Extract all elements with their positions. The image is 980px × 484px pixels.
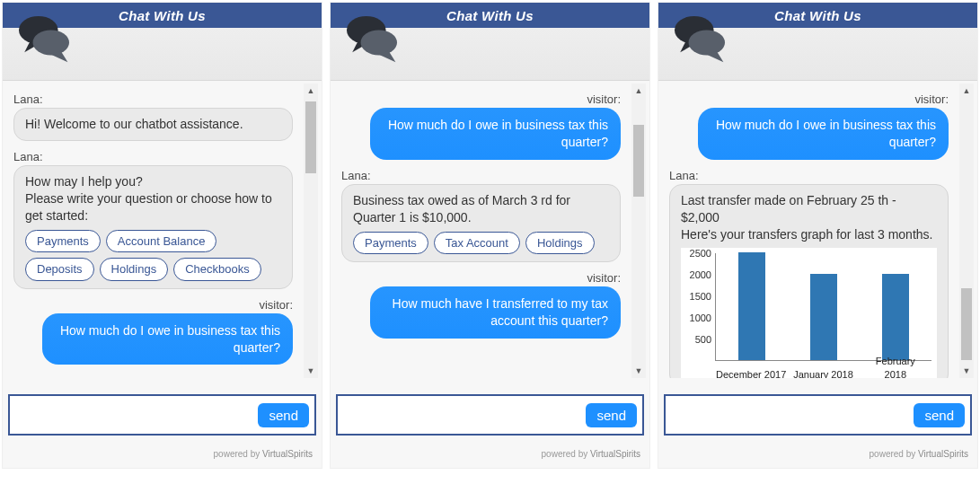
scrollbar-track[interactable] xyxy=(631,98,646,364)
svg-point-3 xyxy=(361,30,397,55)
chart-x-tick: February 2018 xyxy=(875,355,916,378)
sender-label-bot: Lana: xyxy=(13,92,311,106)
chip-tax-account[interactable]: Tax Account xyxy=(434,232,520,255)
scrollbar-thumb[interactable] xyxy=(633,125,644,197)
bot-message: Last transfer made on February 25 th - $… xyxy=(669,184,949,378)
scrollbar[interactable]: ▲ ▼ xyxy=(959,84,974,378)
sender-label-visitor: visitor: xyxy=(341,92,639,106)
powered-prefix: powered by xyxy=(870,449,918,459)
chat-widget-1: Chat With Us Lana: Hi! Welcome to our ch… xyxy=(2,2,322,469)
chip-holdings[interactable]: Holdings xyxy=(100,258,169,281)
scrollbar-track[interactable] xyxy=(959,98,974,364)
header-strip xyxy=(331,28,649,81)
scrollbar[interactable]: ▲ ▼ xyxy=(304,84,318,378)
message-input[interactable] xyxy=(343,407,586,423)
powered-by: powered by VirtualSpirits xyxy=(870,449,968,459)
chip-account-balance[interactable]: Account Balance xyxy=(106,230,217,253)
chip-payments[interactable]: Payments xyxy=(25,230,101,253)
sender-label-visitor: visitor: xyxy=(341,271,639,285)
message-input[interactable] xyxy=(671,407,914,423)
powered-brand[interactable]: VirtualSpirits xyxy=(262,449,313,459)
widget-title: Chat With Us xyxy=(774,8,861,23)
chart-x-tick: December 2017 xyxy=(716,368,786,378)
chart-y-tick: 2000 xyxy=(681,268,711,282)
svg-point-1 xyxy=(33,30,69,55)
visitor-message: How much do I owe in business tax this q… xyxy=(698,108,949,160)
sender-label-bot: Lana: xyxy=(669,169,967,182)
widget-title: Chat With Us xyxy=(446,8,534,23)
widget-title: Chat With Us xyxy=(119,8,206,23)
message-input[interactable] xyxy=(15,407,258,423)
bot-message: Hi! Welcome to our chatbot assistance. xyxy=(13,108,293,141)
chat-scroll-area[interactable]: visitor: How much do I owe in business t… xyxy=(662,84,974,378)
bot-message-text: Last transfer made on February 25 th - $… xyxy=(681,193,932,242)
bot-message: How may I help you? Please write your qu… xyxy=(13,165,293,289)
visitor-message: How much do I owe in business tax this q… xyxy=(370,108,621,160)
message-input-bar: send xyxy=(336,394,644,436)
chat-bubbles-icon xyxy=(664,6,736,69)
chart-y-tick: 2500 xyxy=(681,247,711,260)
visitor-message-text: How much do I owe in business tax this q… xyxy=(388,118,608,149)
quick-reply-chips: Payments Account Balance Deposits Holdin… xyxy=(25,230,281,281)
scrollbar[interactable]: ▲ ▼ xyxy=(631,84,646,378)
chat-bubbles-icon xyxy=(8,6,80,69)
chip-checkbooks[interactable]: Checkbooks xyxy=(173,258,261,281)
send-button[interactable]: send xyxy=(258,403,309,427)
scroll-up-arrow-icon[interactable]: ▲ xyxy=(631,84,646,98)
send-button[interactable]: send xyxy=(914,403,965,427)
sender-label-visitor: visitor: xyxy=(669,92,967,106)
visitor-message-text: How much do I owe in business tax this q… xyxy=(716,118,936,149)
powered-brand[interactable]: VirtualSpirits xyxy=(918,449,968,459)
powered-by: powered by VirtualSpirits xyxy=(542,449,640,459)
scroll-up-arrow-icon[interactable]: ▲ xyxy=(959,84,974,98)
quick-reply-chips: Payments Tax Account Holdings xyxy=(353,232,609,255)
message-input-bar: send xyxy=(8,394,316,436)
powered-by: powered by VirtualSpirits xyxy=(214,449,313,459)
scroll-down-arrow-icon[interactable]: ▼ xyxy=(304,364,318,378)
chart-y-tick: 500 xyxy=(681,333,711,347)
chip-deposits[interactable]: Deposits xyxy=(25,258,94,281)
chart-y-tick: 1000 xyxy=(681,312,711,325)
chart-y-tick: 1500 xyxy=(681,290,711,304)
chart-plot-area xyxy=(715,253,931,361)
scroll-down-arrow-icon[interactable]: ▼ xyxy=(631,364,646,378)
chart-bar xyxy=(882,274,909,360)
sender-label-visitor: visitor: xyxy=(13,298,311,312)
header-strip xyxy=(3,28,322,81)
chart-x-tick: January 2018 xyxy=(793,368,853,378)
chat-widget-3: Chat With Us visitor: How much do I owe … xyxy=(658,2,978,469)
chart-bar xyxy=(738,252,765,360)
scroll-up-arrow-icon[interactable]: ▲ xyxy=(304,84,318,98)
bot-message-text: Business tax owed as of March 3 rd for Q… xyxy=(353,193,570,224)
powered-prefix: powered by xyxy=(542,449,590,459)
chat-scroll-area[interactable]: visitor: How much do I owe in business t… xyxy=(334,84,646,378)
powered-brand[interactable]: VirtualSpirits xyxy=(590,449,640,459)
header-strip xyxy=(658,28,977,81)
message-input-bar: send xyxy=(664,394,972,436)
visitor-message: How much have I transferred to my tax ac… xyxy=(370,286,621,339)
chart-bar xyxy=(810,274,837,360)
bot-message: Business tax owed as of March 3 rd for Q… xyxy=(341,184,621,262)
sender-label-bot: Lana: xyxy=(13,150,311,163)
powered-prefix: powered by xyxy=(214,449,262,459)
transfers-bar-chart: 5001000150020002500December 2017January … xyxy=(681,248,937,378)
visitor-message-text: How much have I transferred to my tax ac… xyxy=(393,296,608,328)
scrollbar-thumb[interactable] xyxy=(305,101,316,173)
sender-label-bot: Lana: xyxy=(341,169,639,182)
chat-bubbles-icon xyxy=(336,6,408,69)
scrollbar-thumb[interactable] xyxy=(961,288,972,360)
scrollbar-track[interactable] xyxy=(304,98,318,364)
send-button[interactable]: send xyxy=(586,403,637,427)
chat-widget-2: Chat With Us visitor: How much do I owe … xyxy=(330,2,650,469)
bot-message-text: How may I help you? Please write your qu… xyxy=(25,174,272,223)
visitor-message: How much do I owe in business tax this q… xyxy=(42,313,293,365)
bot-message-text: Hi! Welcome to our chatbot assistance. xyxy=(25,117,243,131)
visitor-message-text: How much do I owe in business tax this q… xyxy=(60,323,280,355)
scroll-down-arrow-icon[interactable]: ▼ xyxy=(959,364,974,378)
chip-holdings[interactable]: Holdings xyxy=(525,232,595,255)
chip-payments[interactable]: Payments xyxy=(353,232,428,255)
chat-scroll-area[interactable]: Lana: Hi! Welcome to our chatbot assista… xyxy=(6,84,318,378)
svg-point-5 xyxy=(689,30,725,55)
